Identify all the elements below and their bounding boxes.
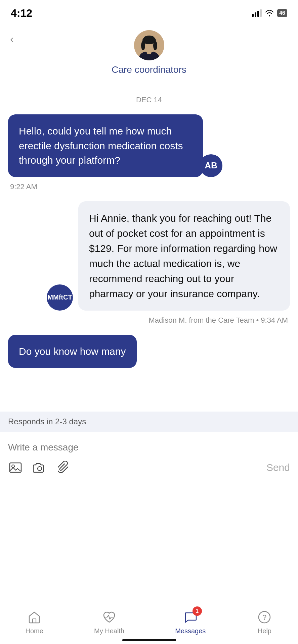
chat-area: DEC 14 Hello, could you tell me how much… — [0, 82, 298, 412]
svg-point-10 — [38, 467, 42, 471]
nav-item-help[interactable]: ? Help — [256, 609, 272, 635]
back-button[interactable]: ‹ — [10, 33, 14, 45]
wifi-icon — [265, 9, 274, 17]
svg-rect-11 — [33, 619, 36, 623]
attachment-icon[interactable] — [56, 460, 71, 475]
image-icon[interactable] — [8, 460, 23, 475]
status-bar: 4:12 46 — [0, 0, 298, 23]
status-icons: 46 — [252, 9, 287, 17]
myhealth-label: My Health — [94, 627, 124, 635]
myhealth-icon — [101, 609, 117, 625]
nav-item-home[interactable]: Home — [26, 609, 43, 635]
care-bubble-1: Hi Annie, thank you for reaching out! Th… — [78, 201, 290, 311]
send-button[interactable]: Send — [266, 462, 290, 473]
home-indicator — [122, 639, 176, 641]
care-avatar: MMftCT — [47, 284, 73, 311]
care-message-meta: Madison M. from the Care Team • 9:34 AM — [8, 316, 290, 325]
care-message-container: MMftCT Hi Annie, thank you for reaching … — [8, 201, 290, 325]
svg-rect-8 — [10, 463, 21, 472]
user-message-2: Do you know how many — [8, 335, 290, 368]
coordinator-avatar — [134, 30, 164, 60]
care-message-1: MMftCT Hi Annie, thank you for reaching … — [8, 201, 290, 311]
message-actions: Send — [8, 457, 290, 476]
svg-point-5 — [144, 36, 155, 41]
messages-icon: 1 — [182, 609, 199, 625]
date-separator: DEC 14 — [8, 96, 290, 104]
status-time: 4:12 — [11, 7, 32, 19]
help-label: Help — [258, 627, 271, 635]
nav-item-myhealth[interactable]: My Health — [94, 609, 124, 635]
header-title: Care coordinators — [112, 64, 186, 75]
nav-item-messages[interactable]: 1 Messages — [175, 609, 206, 635]
help-icon: ? — [256, 609, 272, 625]
svg-text:?: ? — [262, 613, 266, 622]
avatar-image — [134, 30, 164, 60]
partial-bubble: Do you know how many — [8, 335, 137, 368]
signal-icon — [252, 9, 262, 17]
chat-header: ‹ Care coordinators — [0, 23, 298, 82]
battery-icon: 46 — [277, 9, 287, 17]
user-bubble-1: Hello, could you tell me how much erecti… — [8, 114, 203, 177]
partial-message-container: Do you know how many — [8, 335, 290, 368]
svg-point-6 — [141, 41, 145, 50]
message-input-area: Send — [0, 432, 298, 482]
user-message-1: Hello, could you tell me how much erecti… — [8, 114, 290, 177]
messages-badge: 1 — [193, 606, 202, 616]
responds-banner: Responds in 2-3 days — [0, 412, 298, 432]
home-label: Home — [26, 627, 43, 635]
svg-point-7 — [153, 41, 157, 50]
messages-label: Messages — [175, 627, 206, 635]
user-message-time-1: 9:22 AM — [8, 182, 290, 191]
message-input[interactable] — [8, 438, 290, 457]
home-icon — [26, 609, 42, 625]
camera-icon[interactable] — [32, 460, 47, 475]
svg-point-9 — [12, 465, 14, 468]
user-avatar-1: AB — [200, 154, 222, 177]
action-icons — [8, 460, 71, 475]
bottom-nav: Home My Health 1 Messages ? Help — [0, 604, 298, 644]
